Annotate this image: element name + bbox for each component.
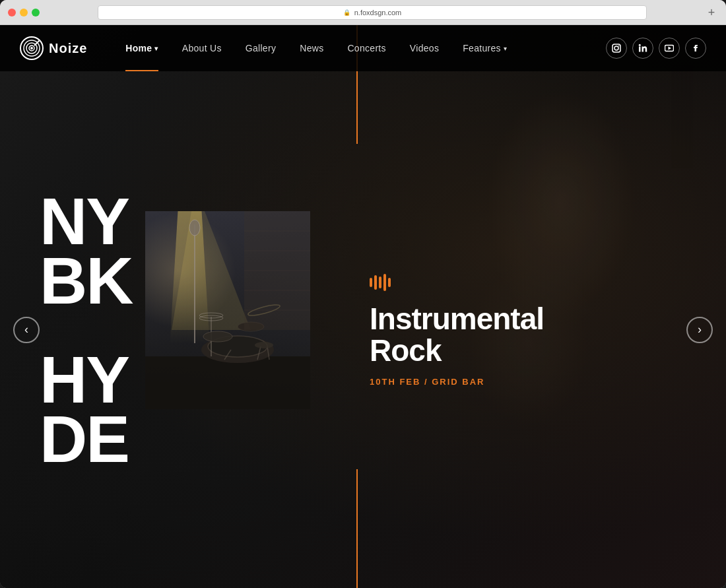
wave-bar-3 (379, 277, 381, 288)
address-bar[interactable]: 🔒 n.foxdsgn.com (98, 5, 647, 20)
drum-kit-svg (145, 211, 310, 409)
browser-titlebar: 🔒 n.foxdsgn.com + (0, 0, 726, 25)
logo-text: Noize (49, 41, 87, 56)
hero-content: ‹ NY BK HY DE (0, 71, 726, 588)
features-dropdown-arrow: ▾ (504, 45, 507, 52)
big-text-line4: DE (40, 409, 317, 469)
svg-point-16 (189, 220, 200, 236)
wave-bar-1 (370, 278, 372, 287)
wave-bar-5 (388, 278, 391, 287)
website-container: Noize Home ▾ About Us Gallery News Conce… (0, 25, 726, 588)
instagram-icon[interactable] (606, 38, 627, 59)
facebook-icon[interactable] (685, 38, 706, 59)
prev-slide-button[interactable]: ‹ (13, 317, 40, 343)
youtube-icon[interactable] (659, 38, 680, 59)
nav-links: Home ▾ About Us Gallery News Concerts Vi… (114, 25, 606, 71)
svg-point-8 (618, 46, 620, 47)
svg-rect-13 (145, 356, 310, 409)
slide-inner-image (145, 211, 310, 409)
next-slide-button[interactable]: › (686, 317, 713, 343)
navbar: Noize Home ▾ About Us Gallery News Conce… (0, 25, 726, 71)
svg-point-7 (614, 46, 618, 50)
wave-bar-2 (374, 275, 377, 290)
nav-item-features[interactable]: Features ▾ (451, 25, 519, 71)
social-icons (606, 38, 706, 59)
wave-bar-4 (383, 274, 386, 291)
nav-item-concerts[interactable]: Concerts (335, 25, 397, 71)
slide-info: InstrumentalRock 10th Feb / Grid Bar (317, 273, 686, 387)
close-button[interactable] (8, 9, 16, 16)
svg-point-10 (639, 44, 641, 46)
minimize-button[interactable] (20, 9, 28, 16)
svg-point-22 (203, 331, 232, 342)
nav-item-news[interactable]: News (288, 25, 335, 71)
slide-date: 10th Feb / Grid Bar (370, 377, 686, 387)
maximize-button[interactable] (32, 9, 40, 16)
svg-rect-9 (639, 47, 641, 52)
browser-window: 🔒 n.foxdsgn.com + (0, 0, 726, 588)
home-dropdown-arrow: ▾ (154, 45, 158, 52)
svg-marker-12 (669, 47, 672, 50)
slide-collage: NY BK HY DE (40, 191, 317, 469)
lock-icon: 🔒 (343, 9, 350, 16)
nav-item-videos[interactable]: Videos (398, 25, 451, 71)
url-text: n.foxdsgn.com (354, 9, 402, 16)
traffic-lights (8, 9, 40, 16)
logo-link[interactable]: Noize (20, 36, 87, 60)
svg-rect-6 (612, 44, 620, 52)
nav-item-about[interactable]: About Us (170, 25, 234, 71)
sound-wave-icon (370, 273, 686, 292)
svg-marker-14 (172, 211, 251, 330)
svg-point-28 (255, 342, 273, 348)
new-tab-button[interactable]: + (705, 6, 718, 19)
logo-icon (20, 36, 44, 60)
slide-genre-title: InstrumentalRock (370, 303, 686, 367)
nav-item-home[interactable]: Home ▾ (114, 25, 170, 71)
nav-item-gallery[interactable]: Gallery (234, 25, 288, 71)
svg-point-4 (30, 47, 33, 49)
linkedin-icon[interactable] (632, 38, 653, 59)
